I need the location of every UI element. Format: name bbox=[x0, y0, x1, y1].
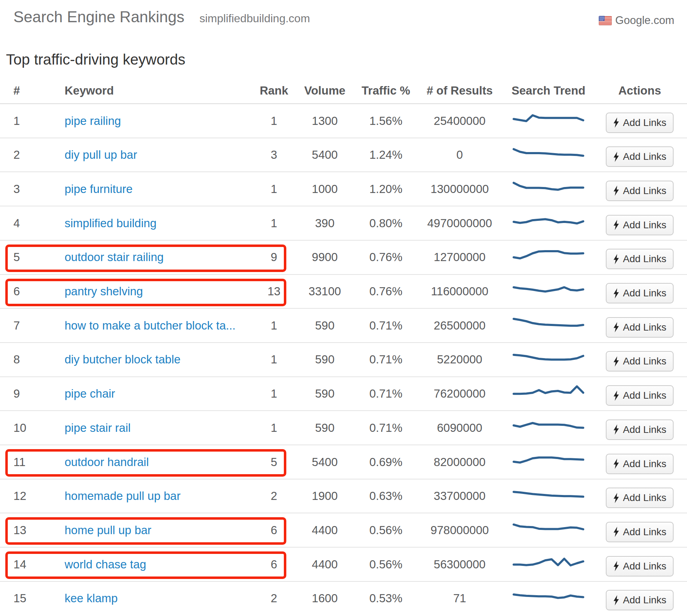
table-cell bbox=[513, 343, 584, 376]
add-links-button[interactable]: Add Links bbox=[606, 113, 674, 133]
add-links-button[interactable]: Add Links bbox=[606, 419, 674, 440]
keyword-link[interactable]: pipe stair rail bbox=[65, 421, 131, 435]
keyword-link[interactable]: pipe railing bbox=[65, 114, 121, 128]
add-links-button[interactable]: Add Links bbox=[606, 385, 674, 406]
volume-value: 4400 bbox=[312, 558, 337, 571]
page-title: Search Engine Rankings bbox=[13, 8, 184, 26]
table-cell: Add Links bbox=[606, 411, 674, 445]
table-cell: Add Links bbox=[606, 343, 674, 376]
table-cell: 0.53% bbox=[354, 582, 418, 615]
results-count-value: 978000000 bbox=[430, 524, 489, 537]
table-row: 8 diy butcher block table 1 590 0.71% 52… bbox=[0, 342, 687, 376]
table-cell: how to make a butcher block ta... bbox=[65, 309, 252, 342]
column-header-results: # of Results bbox=[426, 84, 492, 97]
add-links-button[interactable]: Add Links bbox=[606, 522, 674, 542]
table-cell: 130000000 bbox=[417, 172, 502, 206]
table-row: 15 kee klamp 2 1600 0.53% 71 Add Links bbox=[0, 581, 687, 615]
traffic-percent-value: 0.71% bbox=[369, 421, 402, 435]
search-trend-sparkline bbox=[513, 178, 584, 200]
volume-value: 4400 bbox=[312, 524, 337, 537]
table-cell: 0.56% bbox=[354, 513, 418, 547]
keyword-link[interactable]: simplified building bbox=[65, 217, 156, 230]
search-trend-sparkline bbox=[513, 451, 584, 473]
table-cell: diy pull up bar bbox=[65, 138, 252, 172]
keyword-link[interactable]: outdoor stair railing bbox=[65, 250, 164, 264]
row-number: 12 bbox=[13, 489, 26, 503]
keyword-link[interactable]: how to make a butcher block ta... bbox=[65, 319, 235, 332]
add-links-label: Add Links bbox=[623, 561, 667, 572]
table-cell: 1900 bbox=[293, 479, 357, 513]
rank-value: 1 bbox=[271, 353, 277, 366]
table-cell: 0.76% bbox=[354, 275, 418, 308]
search-trend-sparkline bbox=[513, 519, 584, 542]
lightning-bolt-icon bbox=[613, 527, 619, 537]
table-cell: 0.71% bbox=[354, 377, 418, 411]
add-links-button[interactable]: Add Links bbox=[606, 181, 674, 201]
rank-value: 2 bbox=[271, 489, 277, 503]
keyword-link[interactable]: diy pull up bar bbox=[65, 148, 137, 162]
table-cell: 12 bbox=[13, 479, 52, 513]
add-links-button[interactable]: Add Links bbox=[606, 249, 674, 269]
keyword-link[interactable]: home pull up bar bbox=[65, 524, 151, 537]
table-cell: 3 bbox=[13, 172, 52, 206]
report-domain: simplifiedbuilding.com bbox=[199, 12, 310, 25]
rank-value: 6 bbox=[271, 558, 277, 571]
us-flag-icon bbox=[599, 16, 612, 25]
add-links-button[interactable]: Add Links bbox=[606, 317, 674, 338]
lightning-bolt-icon bbox=[613, 186, 619, 196]
add-links-button[interactable]: Add Links bbox=[606, 283, 674, 303]
lightning-bolt-icon bbox=[613, 288, 619, 298]
traffic-percent-value: 1.24% bbox=[369, 148, 402, 162]
traffic-percent-value: 0.53% bbox=[369, 592, 402, 605]
table-row: 7 how to make a butcher block ta... 1 59… bbox=[0, 308, 687, 342]
keyword-link[interactable]: pipe chair bbox=[65, 387, 115, 400]
add-links-button[interactable]: Add Links bbox=[606, 590, 674, 610]
search-engine-label: Google.com bbox=[615, 14, 674, 27]
add-links-button[interactable]: Add Links bbox=[606, 556, 674, 576]
row-number: 13 bbox=[13, 524, 26, 537]
table-cell: Search Trend bbox=[513, 79, 584, 102]
keyword-link[interactable]: outdoor handrail bbox=[65, 455, 149, 469]
table-cell: 0 bbox=[417, 138, 502, 172]
add-links-button[interactable]: Add Links bbox=[606, 488, 674, 508]
table-cell: 0.71% bbox=[354, 411, 418, 445]
results-count-value: 76200000 bbox=[434, 387, 486, 400]
column-header-num: # bbox=[13, 84, 20, 97]
add-links-button[interactable]: Add Links bbox=[606, 215, 674, 235]
keyword-link[interactable]: pipe furniture bbox=[65, 182, 133, 196]
keyword-link[interactable]: diy butcher block table bbox=[65, 353, 180, 366]
traffic-percent-value: 0.76% bbox=[369, 250, 402, 264]
traffic-percent-value: 0.76% bbox=[369, 285, 402, 298]
keyword-link[interactable]: pantry shelving bbox=[65, 285, 143, 298]
keyword-link[interactable]: kee klamp bbox=[65, 592, 118, 605]
table-cell: Add Links bbox=[606, 275, 674, 308]
traffic-percent-value: 0.71% bbox=[369, 387, 402, 400]
table-row: 2 diy pull up bar 3 5400 1.24% 0 Add Lin… bbox=[0, 138, 687, 172]
results-count-value: 56300000 bbox=[434, 558, 486, 571]
add-links-button[interactable]: Add Links bbox=[606, 454, 674, 474]
add-links-button[interactable]: Add Links bbox=[606, 146, 674, 167]
table-cell: Add Links bbox=[606, 104, 674, 138]
table-row: 5 outdoor stair railing 9 9900 0.76% 127… bbox=[0, 240, 687, 274]
table-row: 13 home pull up bar 6 4400 0.56% 9780000… bbox=[0, 513, 687, 547]
lightning-bolt-icon bbox=[613, 117, 619, 128]
table-cell: Add Links bbox=[606, 172, 674, 206]
results-count-value: 12700000 bbox=[434, 250, 486, 264]
add-links-button[interactable]: Add Links bbox=[606, 351, 674, 372]
search-trend-sparkline bbox=[513, 417, 584, 439]
table-cell: Traffic % bbox=[354, 79, 418, 102]
table-cell: 11 bbox=[13, 445, 52, 479]
traffic-percent-value: 0.71% bbox=[369, 353, 402, 366]
results-count-value: 4970000000 bbox=[427, 217, 492, 230]
keyword-link[interactable]: homemade pull up bar bbox=[65, 489, 180, 503]
table-row: 11 outdoor handrail 5 5400 0.69% 8200000… bbox=[0, 445, 687, 479]
table-cell bbox=[513, 104, 584, 138]
results-count-value: 82000000 bbox=[434, 455, 486, 469]
table-cell: 590 bbox=[293, 411, 357, 445]
lightning-bolt-icon bbox=[613, 391, 619, 401]
rank-value: 1 bbox=[271, 319, 277, 332]
table-cell: 1.24% bbox=[354, 138, 418, 172]
rank-value: 3 bbox=[271, 148, 277, 162]
keyword-link[interactable]: world chase tag bbox=[65, 558, 146, 571]
row-number: 4 bbox=[13, 217, 20, 230]
